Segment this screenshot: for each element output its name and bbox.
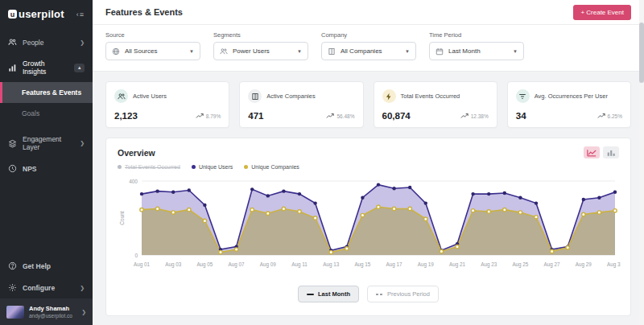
svg-text:Aug 29: Aug 29 [576, 261, 592, 268]
area-chart[interactable]: 4000CountAug 01Aug 03Aug 05Aug 07Aug 09A… [118, 175, 619, 281]
page-scrollbar[interactable] [639, 0, 644, 325]
avatar [6, 306, 24, 319]
people-icon [8, 38, 17, 47]
source-dropdown[interactable]: All Sources ▼ [105, 42, 200, 60]
stat-value: 34 [516, 111, 526, 121]
layers-icon [8, 139, 17, 148]
filter-value: Last Month [448, 47, 508, 55]
scrollbar-thumb[interactable] [639, 23, 644, 83]
stat-change: 8.79% [206, 113, 221, 119]
gear-icon [8, 283, 17, 292]
trend-up-icon [460, 113, 469, 119]
overview-panel: Overview Total Events Occurred Unique Us… [105, 138, 631, 316]
sidebar-nav: People ❯ Growth Insights ▲ Features & Ev… [0, 31, 93, 255]
profile-email: andy@userpilot.co [29, 313, 72, 319]
sidebar-item-label: Engagement Layer [23, 135, 74, 151]
chevron-up-icon[interactable]: ▲ [74, 64, 85, 72]
segments-dropdown[interactable]: Power Users ▼ [213, 42, 308, 60]
profile-name: Andy Shamah [29, 305, 72, 313]
legend-unique-users[interactable]: Unique Users [192, 164, 233, 170]
stat-label: Active Users [133, 93, 167, 100]
dashed-line-icon [376, 294, 383, 295]
filter-label: Segments [213, 31, 308, 39]
caret-down-icon: ▼ [189, 49, 194, 54]
svg-text:Aug 27: Aug 27 [544, 261, 560, 268]
sidebar-subitem-features-events[interactable]: Features & Events [0, 82, 93, 103]
legend-dot [244, 165, 248, 169]
time-period-dropdown[interactable]: Last Month ▼ [429, 42, 524, 60]
chevron-right-icon: ❯ [80, 140, 85, 146]
sidebar-item-get-help[interactable]: Get Help [0, 255, 93, 277]
sidebar-bottom: Get Help Configure ❯ Andy Shamah andy@us… [0, 255, 93, 325]
sidebar-item-label: Goals [22, 109, 39, 117]
sidebar-item-people[interactable]: People ❯ [0, 31, 93, 53]
company-dropdown[interactable]: All Companies ▼ [321, 42, 416, 60]
overview-title: Overview [118, 148, 155, 158]
sidebar-item-growth-insights[interactable]: Growth Insights ▲ [0, 53, 93, 82]
page-header: Features & Events + Create Event [93, 0, 644, 25]
bar-chart-icon [606, 149, 616, 157]
logo-text: userpilot [19, 8, 64, 20]
line-chart-toggle[interactable] [584, 146, 600, 158]
svg-text:Aug 21: Aug 21 [449, 261, 465, 268]
bar-chart-toggle[interactable] [603, 146, 619, 158]
legend-total-events[interactable]: Total Events Occurred [118, 164, 180, 170]
sidebar-item-label: Growth Insights [23, 60, 68, 76]
pill-label: Previous Period [387, 290, 430, 298]
chart-canvas: 4000CountAug 01Aug 03Aug 05Aug 07Aug 09A… [118, 175, 621, 278]
svg-text:400: 400 [129, 179, 138, 184]
previous-period-toggle[interactable]: Previous Period [367, 286, 439, 302]
avg-occurrences-icon [516, 89, 530, 103]
sidebar-item-configure[interactable]: Configure ❯ [0, 277, 93, 298]
chart-legend: Total Events Occurred Unique Users Uniqu… [118, 164, 619, 170]
svg-text:Aug 01: Aug 01 [134, 261, 150, 268]
sidebar-collapse-icon[interactable]: ‹≡ [76, 10, 85, 19]
svg-text:Aug 03: Aug 03 [165, 261, 181, 268]
svg-text:Aug 19: Aug 19 [418, 261, 434, 268]
stat-card-avg-occurrences: Avg. Occurrences Per User 34 6.25% [507, 81, 631, 128]
svg-text:Aug 25: Aug 25 [512, 261, 528, 268]
chevron-right-icon: ❯ [80, 285, 85, 291]
trend-up-icon [196, 113, 204, 119]
sidebar-item-engagement-layer[interactable]: Engagement Layer ❯ [0, 129, 93, 158]
stat-change: 12.38% [471, 113, 489, 119]
stat-change: 56.48% [336, 113, 354, 119]
page-title: Features & Events [105, 7, 183, 17]
globe-icon [112, 47, 120, 56]
caret-down-icon: ▼ [297, 49, 302, 54]
svg-text:Aug 13: Aug 13 [323, 261, 339, 268]
stat-card-total-events: Total Events Occurred 60,874 12.38% [374, 81, 497, 128]
filter-value: Power Users [233, 47, 292, 55]
svg-text:0: 0 [134, 253, 138, 258]
users-icon [220, 47, 228, 56]
filter-label: Source [105, 31, 200, 39]
legend-dot [192, 165, 196, 169]
filter-segments: Segments Power Users ▼ [213, 31, 308, 60]
stat-change: 6.25% [608, 113, 622, 119]
user-profile[interactable]: Andy Shamah andy@userpilot.co ❯ [0, 298, 93, 325]
pill-label: Last Month [318, 290, 350, 298]
sidebar-item-nps[interactable]: NPS [0, 158, 93, 179]
sidebar-subitem-goals[interactable]: Goals [0, 103, 93, 124]
filter-value: All Sources [125, 47, 184, 55]
sidebar-item-label: Configure [23, 284, 55, 292]
last-month-toggle[interactable]: Last Month [298, 286, 359, 302]
caret-down-icon: ▼ [405, 49, 410, 54]
stat-card-active-users: Active Users 2,123 8.79% [105, 81, 229, 128]
calendar-icon [436, 47, 444, 56]
legend-dot [118, 165, 122, 169]
sidebar-item-label: People [23, 39, 43, 47]
legend-label: Unique Users [199, 164, 233, 170]
svg-text:Aug 23: Aug 23 [481, 261, 497, 268]
filter-time-period: Time Period Last Month ▼ [429, 31, 524, 60]
create-event-button[interactable]: + Create Event [573, 5, 631, 20]
svg-text:Aug 05: Aug 05 [196, 261, 213, 268]
total-events-icon [382, 89, 396, 103]
stat-card-active-companies: Active Companies 471 56.48% [239, 81, 363, 128]
filter-bar: Source All Sources ▼ Segments Power User… [93, 25, 644, 72]
chevron-right-icon: ❯ [81, 309, 86, 315]
filter-source: Source All Sources ▼ [105, 31, 200, 60]
active-users-icon [114, 89, 128, 103]
stat-label: Avg. Occurrences Per User [535, 93, 608, 100]
legend-unique-companies[interactable]: Unique Companies [244, 164, 299, 170]
